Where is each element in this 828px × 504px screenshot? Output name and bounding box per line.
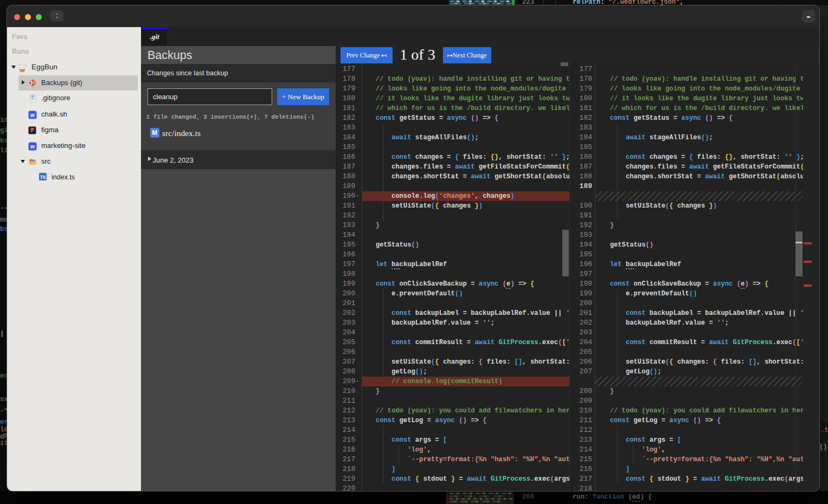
svg-text:TS: TS — [40, 175, 46, 180]
svg-text:w: w — [30, 143, 35, 149]
svg-text:w: w — [30, 112, 35, 118]
